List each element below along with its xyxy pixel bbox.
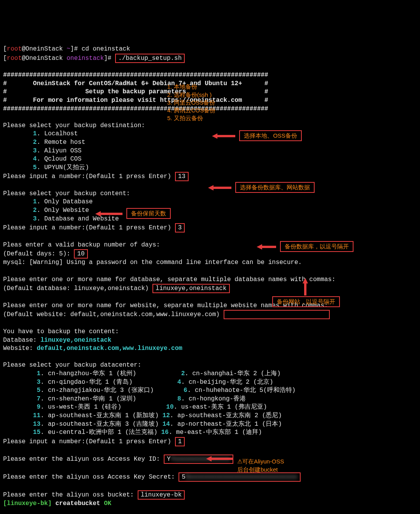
datacenter-title: Please select your backup datacenter: <box>3 362 141 369</box>
command-1: cd oneinstack <box>82 45 130 52</box>
summary-websites: default,oneinstack.com,www.linuxeye.com <box>37 345 182 352</box>
anno-arrow-4: 备份数据库，以逗号隔开 <box>257 241 354 252</box>
prompt-user: root <box>7 45 22 52</box>
input-content[interactable]: 3 <box>175 223 185 233</box>
input-bucket[interactable]: linuxeye-bk <box>138 490 185 500</box>
input-websites[interactable] <box>224 310 330 319</box>
input-destination[interactable]: 13 <box>175 172 189 181</box>
input-days[interactable]: 10 <box>74 249 88 259</box>
content-title: Please select your backup content: <box>3 190 130 197</box>
anno-arrow-1: 选择本地、OSS备份 <box>212 130 302 141</box>
anno-bucket-tip: ⚠可在Aliyun-OSS 后台创建bucket <box>237 450 284 474</box>
anno-arrow-3: 备份保留天数 <box>95 208 171 219</box>
svg-marker-3 <box>257 244 276 250</box>
summary-databases: linuxeye,oneinstack <box>40 337 111 344</box>
dest-title: Please select your backup destination: <box>3 122 145 129</box>
input-access-key-secret[interactable]: 55xxxxxxxxxxxxxxxxxxxxxxxxxxxxx <box>178 472 301 482</box>
svg-marker-4 <box>303 278 308 295</box>
svg-marker-0 <box>212 133 235 139</box>
input-databases[interactable]: linuxeye,oneinstack <box>152 284 229 293</box>
anno-dest-legend: 1. 本地备份 2. 远程备份(ssh ) 3. 阿里云OSS备份 4. 腾讯云… <box>167 75 215 122</box>
anno-arrow-2: 选择备份数据库、网站数据 <box>208 182 315 193</box>
anno-arrow-6 <box>206 455 233 462</box>
command-2: ./backup_setup.sh <box>115 54 185 63</box>
svg-marker-5 <box>206 456 233 462</box>
input-datacenter[interactable]: 1 <box>175 437 185 446</box>
result-bucket: [linuxeye-bk] <box>3 500 52 507</box>
svg-marker-1 <box>208 185 231 191</box>
anno-arrow-5 <box>302 278 309 295</box>
result-status: OK <box>104 500 111 507</box>
svg-marker-2 <box>95 211 122 217</box>
